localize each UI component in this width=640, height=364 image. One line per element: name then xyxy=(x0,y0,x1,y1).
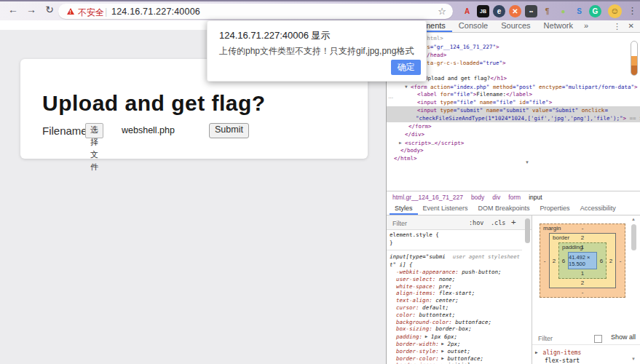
css-property[interactable]: user-select: none; xyxy=(387,276,522,283)
css-property[interactable]: padding: ▶ 1px 6px; xyxy=(387,333,522,340)
s-extension-icon[interactable]: S xyxy=(573,5,585,17)
computed-scrollbar-thumb[interactable] xyxy=(631,224,636,250)
styles-filter-input[interactable] xyxy=(387,217,458,227)
reload-icon[interactable]: ↻ xyxy=(42,4,57,15)
dom-tree-line[interactable]: <input type="file" name="file" id="file"… xyxy=(387,98,640,106)
jetbrains-extension-icon[interactable]: JB xyxy=(477,5,489,17)
content-size[interactable]: 41.492 × 15.500 xyxy=(568,252,597,269)
css-property[interactable]: color: buttontext; xyxy=(387,312,522,319)
breadcrumb-item-html[interactable]: html.gr__124_16_71_227 xyxy=(392,194,463,201)
padding-left-value[interactable]: 6 xyxy=(559,252,568,269)
ua-properties: -webkit-appearance: push-button;user-sel… xyxy=(387,269,522,364)
dom-tree-line[interactable]: </html> xyxy=(387,154,640,162)
css-property[interactable]: -webkit-appearance: push-button; xyxy=(387,269,522,276)
choose-file-button[interactable]: 选择文件 xyxy=(85,123,103,138)
address-bar[interactable]: ! 不安全 | 124.16.71.227:40006 ☆ xyxy=(58,4,453,19)
breadcrumb-item-input[interactable]: input xyxy=(529,194,542,201)
computed-property-name[interactable]: ▶ align-items xyxy=(535,348,637,357)
hov-toggle[interactable]: :hov xyxy=(469,219,483,226)
border-top-value[interactable]: 2 xyxy=(581,234,584,241)
css-property[interactable]: border-width: ▶ 2px; xyxy=(387,340,522,347)
css-property[interactable]: white-space: pre; xyxy=(387,283,522,290)
translate-extension-icon[interactable]: A xyxy=(461,5,473,17)
css-property[interactable]: border-color: ▶ buttonface; xyxy=(387,355,522,362)
border-left-value[interactable]: 2 xyxy=(550,242,558,279)
back-icon[interactable]: ← xyxy=(6,4,20,15)
token-arw: ▼ xyxy=(405,82,411,90)
devtools-tab-network[interactable]: Network xyxy=(537,20,580,32)
computed-scroll-down-icon[interactable]: ▼ xyxy=(631,357,636,361)
margin-top-value[interactable]: - xyxy=(582,225,584,232)
devtools-tab-sources[interactable]: Sources xyxy=(494,20,537,32)
token-arw: ▶ xyxy=(399,138,405,146)
profile-avatar[interactable]: ☺ xyxy=(608,4,622,18)
cls-toggle[interactable]: .cls xyxy=(491,219,505,226)
security-label[interactable]: 不安全 xyxy=(78,7,104,19)
padding-right-value[interactable]: 6 xyxy=(597,252,606,269)
dialog-title: 124.16.71.227:40006 显示 xyxy=(219,29,331,42)
expand-arrow-icon[interactable]: ▶ xyxy=(439,341,444,346)
expand-arrow-icon[interactable]: ▶ xyxy=(535,349,538,355)
panel-tab-properties[interactable]: Properties xyxy=(535,202,575,215)
dom-tree-line[interactable]: </div> xyxy=(387,130,640,138)
breadcrumb-item-form[interactable]: form xyxy=(508,194,521,201)
breadcrumb-item-body[interactable]: body xyxy=(471,194,484,201)
devtools-close-icon[interactable]: ✕ xyxy=(628,22,634,30)
panel-tab-styles[interactable]: Styles xyxy=(390,202,418,215)
bookmark-star-icon[interactable]: ☆ xyxy=(438,6,446,17)
expand-arrow-icon[interactable]: ▶ xyxy=(439,355,444,360)
computed-filter-input[interactable] xyxy=(532,332,589,342)
margin-right-value[interactable]: - xyxy=(616,233,625,288)
dom-tree-line[interactable]: ▼<form action="index.php" method="post" … xyxy=(387,82,640,90)
panda-extension-icon[interactable]: •• xyxy=(525,5,537,17)
padding-bottom-value[interactable]: 1 xyxy=(559,269,606,278)
new-rule-button[interactable]: + xyxy=(511,218,516,227)
css-property[interactable]: box-sizing: border-box; xyxy=(387,325,522,333)
dom-tree-line[interactable]: </body> xyxy=(387,146,640,154)
dom-tree-line[interactable]: ▶<script>…</script> xyxy=(387,138,640,146)
dom-tree-line-selected[interactable]: <input type="submit" name="submit" value… xyxy=(387,106,640,114)
css-property[interactable]: border-style: ▶ outset; xyxy=(387,347,522,355)
token-tag: <input xyxy=(417,107,437,114)
css-property[interactable]: align-items: flex-start; xyxy=(387,290,522,297)
element-style-rule[interactable]: element.style { xyxy=(387,232,522,240)
selected-node-gutter-icon[interactable]: ⋯ xyxy=(388,95,392,101)
pilcrow-extension-icon[interactable]: ¶ xyxy=(541,5,553,17)
token-attr: for xyxy=(437,91,450,98)
more-tabs-icon[interactable]: » xyxy=(580,20,593,32)
dialog-confirm-button[interactable]: 确定 xyxy=(391,60,421,75)
elements-scrollbar[interactable] xyxy=(631,41,638,76)
dom-tree-line[interactable]: </form> xyxy=(387,122,640,130)
submit-button[interactable]: Submit xyxy=(209,123,249,138)
browser-menu-icon[interactable]: ⋮ xyxy=(628,5,637,16)
expand-arrow-icon[interactable]: ▶ xyxy=(439,348,444,353)
show-all-checkbox[interactable] xyxy=(594,335,602,343)
grammarly-extension-icon[interactable]: G xyxy=(589,5,601,17)
styles-scroll-down-icon[interactable]: ▼ xyxy=(525,160,529,165)
breadcrumb-item-div[interactable]: div xyxy=(492,194,500,201)
dark-ball-extension-icon[interactable]: e xyxy=(493,5,505,17)
css-property[interactable]: cursor: default; xyxy=(387,304,522,312)
devtools-menu-icon[interactable]: ⋮ xyxy=(613,22,621,31)
css-property[interactable]: background-color: buttonface; xyxy=(387,319,522,326)
orange-x-extension-icon[interactable]: ✕ xyxy=(509,5,521,17)
green-dot-extension-icon[interactable]: ● xyxy=(557,5,569,17)
border-bottom-value[interactable]: 2 xyxy=(550,279,615,288)
dom-tree-line[interactable]: <label for="file">Filename:</label> xyxy=(387,90,640,98)
panel-tab-event-listeners[interactable]: Event Listeners xyxy=(418,202,473,215)
styles-scrollbar-thumb[interactable] xyxy=(525,218,530,243)
border-right-value[interactable]: 2 xyxy=(607,242,615,279)
panel-tab-dom-breakpoints[interactable]: DOM Breakpoints xyxy=(473,202,535,215)
panel-tab-accessibility[interactable]: Accessibility xyxy=(575,202,621,215)
margin-bottom-value[interactable]: - xyxy=(540,288,625,297)
devtools-tab-console[interactable]: Console xyxy=(452,20,494,32)
url-text[interactable]: 124.16.71.227:40006 xyxy=(111,7,200,17)
dom-tree-line-selected[interactable]: "checkFileSizeAndType(1*1024*1024,['gif'… xyxy=(387,114,640,122)
computed-scroll-up-icon[interactable]: ▲ xyxy=(631,217,636,221)
margin-left-value[interactable]: - xyxy=(540,233,549,288)
box-model[interactable]: margin - - border 2 2 xyxy=(540,223,625,298)
forward-icon[interactable]: → xyxy=(24,4,39,15)
css-property[interactable]: text-align: center; xyxy=(387,297,522,304)
css-property[interactable]: border-image: ▶ initial; xyxy=(387,361,522,364)
css-property-value: pre; xyxy=(435,283,452,290)
